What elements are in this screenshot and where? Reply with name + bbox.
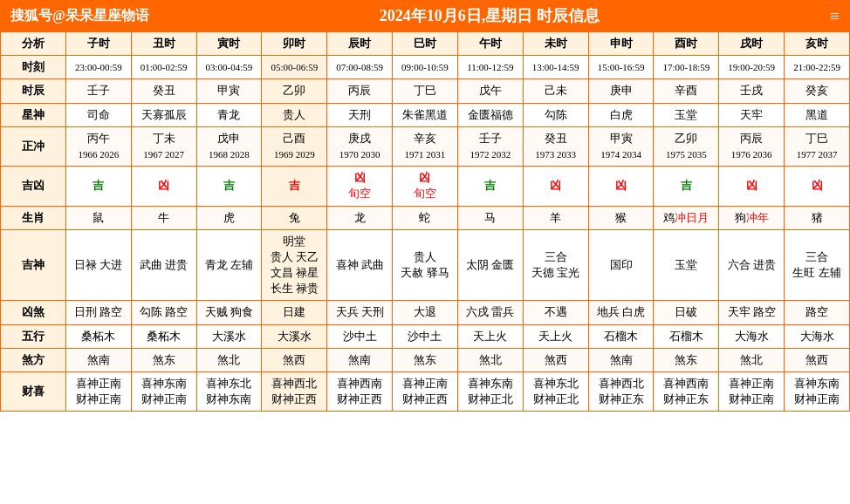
cell-10-11: 喜神东南财神正南 <box>785 372 850 412</box>
cell-4-11: 凶 <box>785 167 850 206</box>
cell-3-2: 戊申1968 2028 <box>196 126 262 166</box>
cell-4-0: 吉 <box>65 167 131 206</box>
cell-9-9: 煞东 <box>654 348 719 371</box>
cell-4-1: 凶 <box>131 167 196 206</box>
cell-3-8: 甲寅1974 2034 <box>588 126 654 166</box>
cell-9-5: 煞东 <box>393 348 458 371</box>
cell-6-1: 武曲 进贵 <box>131 229 196 301</box>
cell-8-11: 大海水 <box>785 324 850 348</box>
row-label-3: 正冲 <box>1 126 66 166</box>
cell-9-4: 煞南 <box>327 348 393 371</box>
col-header-1: 子时 <box>65 32 131 56</box>
table-row-5: 生肖鼠牛虎兔龙蛇马羊猴鸡冲日月狗冲年猪 <box>1 206 850 229</box>
row-label-7: 凶煞 <box>1 301 66 324</box>
cell-9-11: 煞西 <box>785 348 850 371</box>
cell-0-2: 03:00-04:59 <box>196 56 262 79</box>
cell-2-4: 天刑 <box>327 103 393 126</box>
cell-8-4: 沙中土 <box>327 324 393 348</box>
cell-8-10: 大海水 <box>719 324 785 348</box>
cell-3-6: 壬子1972 2032 <box>457 126 523 166</box>
cell-7-2: 天贼 狗食 <box>196 301 262 324</box>
cell-7-6: 六戌 雷兵 <box>457 301 523 324</box>
cell-2-9: 玉堂 <box>654 103 719 126</box>
col-header-0: 分析 <box>1 32 66 56</box>
cell-5-11: 猪 <box>785 206 850 229</box>
cell-0-6: 11:00-12:59 <box>457 56 523 79</box>
cell-10-10: 喜神正南财神正南 <box>719 372 785 412</box>
cell-1-7: 己未 <box>523 79 588 103</box>
cell-5-5: 蛇 <box>393 206 458 229</box>
cell-10-6: 喜神东南财神正北 <box>457 372 523 412</box>
cell-2-0: 司命 <box>65 103 131 126</box>
cell-3-5: 辛亥1971 2031 <box>393 126 458 166</box>
row-label-10: 财喜 <box>1 372 66 412</box>
cell-4-8: 凶 <box>588 167 654 206</box>
cell-0-0: 23:00-00:59 <box>65 56 131 79</box>
cell-8-9: 石榴木 <box>654 324 719 348</box>
cell-5-3: 兔 <box>262 206 327 229</box>
cell-0-8: 15:00-16:59 <box>588 56 654 79</box>
cell-1-11: 癸亥 <box>785 79 850 103</box>
cell-8-5: 沙中土 <box>393 324 458 348</box>
cell-1-10: 壬戌 <box>719 79 785 103</box>
col-header-9: 申时 <box>588 32 654 56</box>
cell-10-2: 喜神东北财神东南 <box>196 372 262 412</box>
cell-5-7: 羊 <box>523 206 588 229</box>
cell-6-7: 三合天德 宝光 <box>523 229 588 301</box>
cell-3-11: 丁巳1977 2037 <box>785 126 850 166</box>
cell-4-6: 吉 <box>457 167 523 206</box>
row-label-6: 吉神 <box>1 229 66 301</box>
row-label-0: 时刻 <box>1 56 66 79</box>
cell-4-10: 凶 <box>719 167 785 206</box>
cell-2-5: 朱雀黑道 <box>393 103 458 126</box>
cell-10-1: 喜神东南财神正南 <box>131 372 196 412</box>
cell-5-8: 猴 <box>588 206 654 229</box>
page-title: 2024年10月6日,星期日 时辰信息 <box>149 5 830 26</box>
cell-9-1: 煞东 <box>131 348 196 371</box>
cell-10-4: 喜神西南财神正西 <box>327 372 393 412</box>
cell-2-3: 贵人 <box>262 103 327 126</box>
cell-0-4: 07:00-08:59 <box>327 56 393 79</box>
col-header-7: 午时 <box>457 32 523 56</box>
cell-5-9: 鸡冲日月 <box>654 206 719 229</box>
cell-9-7: 煞西 <box>523 348 588 371</box>
cell-2-8: 白虎 <box>588 103 654 126</box>
cell-1-9: 辛酉 <box>654 79 719 103</box>
cell-8-2: 大溪水 <box>196 324 262 348</box>
cell-7-4: 天兵 天刑 <box>327 301 393 324</box>
cell-1-2: 甲寅 <box>196 79 262 103</box>
cell-6-10: 六合 进贵 <box>719 229 785 301</box>
cell-1-6: 戊午 <box>457 79 523 103</box>
cell-1-3: 乙卯 <box>262 79 327 103</box>
cell-4-9: 吉 <box>654 167 719 206</box>
cell-10-0: 喜神正南财神正南 <box>65 372 131 412</box>
cell-2-11: 黑道 <box>785 103 850 126</box>
cell-3-7: 癸丑1973 2033 <box>523 126 588 166</box>
cell-7-11: 路空 <box>785 301 850 324</box>
table-row-9: 煞方煞南煞东煞北煞西煞南煞东煞北煞西煞南煞东煞北煞西 <box>1 348 850 371</box>
logo: 搜狐号@呆呆星座物语 <box>10 7 149 25</box>
cell-2-6: 金匮福德 <box>457 103 523 126</box>
row-label-5: 生肖 <box>1 206 66 229</box>
cell-0-5: 09:00-10:59 <box>393 56 458 79</box>
col-header-3: 寅时 <box>196 32 262 56</box>
cell-1-1: 癸丑 <box>131 79 196 103</box>
table-row-4: 吉凶吉凶吉吉凶旬空凶旬空吉凶凶吉凶凶 <box>1 167 850 206</box>
cell-6-3: 明堂贵人 天乙文昌 禄星长生 禄贵 <box>262 229 327 301</box>
cell-8-1: 桑柘木 <box>131 324 196 348</box>
cell-6-9: 玉堂 <box>654 229 719 301</box>
cell-4-3: 吉 <box>262 167 327 206</box>
col-header-11: 戌时 <box>719 32 785 56</box>
cell-7-0: 日刑 路空 <box>65 301 131 324</box>
col-header-6: 巳时 <box>393 32 458 56</box>
column-headers: 分析子时丑时寅时卯时辰时巳时午时未时申时酉时戌时亥时 <box>1 32 850 56</box>
cell-4-7: 凶 <box>523 167 588 206</box>
col-header-2: 丑时 <box>131 32 196 56</box>
cell-3-9: 乙卯1975 2035 <box>654 126 719 166</box>
cell-9-6: 煞北 <box>457 348 523 371</box>
cell-10-3: 喜神西北财神正西 <box>262 372 327 412</box>
cell-9-8: 煞南 <box>588 348 654 371</box>
cell-10-8: 喜神西北财神正东 <box>588 372 654 412</box>
col-header-8: 未时 <box>523 32 588 56</box>
table-row-0: 时刻23:00-00:5901:00-02:5903:00-04:5905:00… <box>1 56 850 79</box>
